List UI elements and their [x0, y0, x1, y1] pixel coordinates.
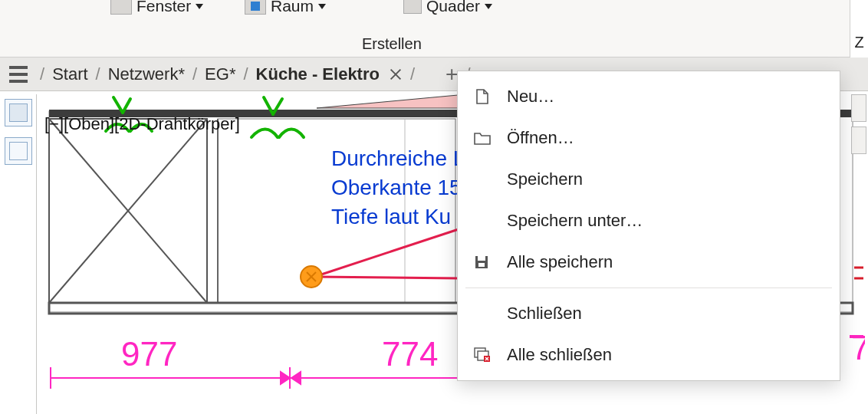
menu-speichern-label: Speichern	[507, 169, 583, 189]
rail-btn-mid[interactable]	[5, 137, 32, 165]
breadcrumb-sep: /	[235, 64, 255, 84]
right-mini-rail	[851, 94, 868, 159]
menu-speichern-unter[interactable]: Speichern unter…	[458, 200, 840, 242]
annotation-line1: Durchreiche L	[331, 146, 465, 171]
left-rail	[0, 94, 37, 414]
ribbon-group-label: Erstellen	[362, 35, 422, 53]
annotation-line3: Tiefe laut Ku	[331, 205, 451, 229]
close-all-icon	[472, 346, 493, 364]
menu-neu-label: Neu…	[507, 87, 554, 107]
blank-icon	[472, 304, 493, 323]
svg-rect-27	[478, 256, 485, 261]
ribbon-label-fenster: Fenster	[136, 0, 191, 15]
dimension-left: 977	[121, 335, 177, 373]
menu-oeffnen[interactable]: Öffnen…	[458, 117, 840, 159]
menu-alle-speichern-label: Alle speichern	[507, 252, 613, 272]
menu-separator	[465, 288, 832, 288]
mini-chip[interactable]	[851, 127, 866, 154]
breadcrumb-sep: /	[185, 64, 205, 84]
ribbon-btn-raum[interactable]: Raum	[242, 0, 329, 17]
breadcrumb-kueche[interactable]: Küche - Elektro	[256, 64, 380, 84]
save-all-icon	[472, 253, 493, 271]
tab-add-icon[interactable]: +	[446, 62, 458, 87]
menu-alle-schliessen[interactable]: Alle schließen	[458, 334, 840, 376]
blank-icon	[472, 212, 493, 230]
dimension-right: 774	[382, 335, 438, 373]
window-icon	[110, 0, 132, 15]
chevron-down-icon	[318, 4, 326, 9]
ribbon-label-quader: Quader	[426, 0, 480, 15]
context-menu: Neu… Öffnen… Speichern Speichern unter… …	[457, 71, 840, 381]
menu-speichern[interactable]: Speichern	[458, 159, 840, 200]
menu-schliessen[interactable]: Schließen	[458, 293, 840, 334]
svg-marker-2	[317, 94, 466, 108]
chevron-down-icon	[196, 4, 203, 9]
rail-btn-top[interactable]	[5, 99, 32, 127]
room-icon	[245, 0, 266, 15]
ribbon: Fenster Raum Quader Erstellen Z	[0, 0, 868, 58]
annotation-line2: Oberkante 15	[331, 176, 462, 200]
menu-speichern-unter-label: Speichern unter…	[507, 211, 643, 231]
svg-marker-21	[291, 372, 301, 384]
menu-neu[interactable]: Neu…	[458, 76, 840, 117]
ribbon-label-raum: Raum	[271, 0, 314, 15]
menu-alle-schliessen-label: Alle schließen	[507, 345, 612, 365]
svg-rect-28	[478, 263, 485, 267]
hamburger-icon[interactable]	[5, 61, 32, 88]
box-icon	[403, 0, 422, 14]
breadcrumb-sep: /	[32, 64, 52, 84]
blank-icon	[472, 170, 493, 189]
svg-marker-20	[281, 372, 290, 384]
ribbon-group-right: Z	[850, 0, 868, 58]
breadcrumb-netzwerk[interactable]: Netzwerk*	[108, 64, 185, 84]
ribbon-btn-quader[interactable]: Quader	[400, 0, 495, 17]
svg-text:7: 7	[851, 329, 865, 366]
tab-close-icon[interactable]	[389, 67, 403, 81]
chevron-down-icon	[485, 4, 492, 9]
menu-alle-speichern[interactable]: Alle speichern	[458, 242, 840, 283]
svg-line-11	[314, 229, 459, 277]
breadcrumb-start[interactable]: Start	[52, 64, 87, 84]
ribbon-btn-fenster[interactable]: Fenster	[107, 0, 206, 17]
breadcrumb-eg[interactable]: EG*	[205, 64, 235, 84]
menu-schliessen-label: Schließen	[507, 304, 582, 324]
breadcrumb-sep: /	[88, 64, 108, 84]
breadcrumb-sep: /	[403, 64, 422, 84]
open-folder-icon	[472, 129, 493, 147]
viewport-label[interactable]: [−][Oben][2D-Drahtkörper]	[44, 114, 240, 134]
svg-line-12	[314, 277, 459, 278]
menu-oeffnen-label: Öffnen…	[507, 128, 574, 148]
mini-chip[interactable]	[851, 94, 866, 122]
new-file-icon	[472, 87, 493, 106]
